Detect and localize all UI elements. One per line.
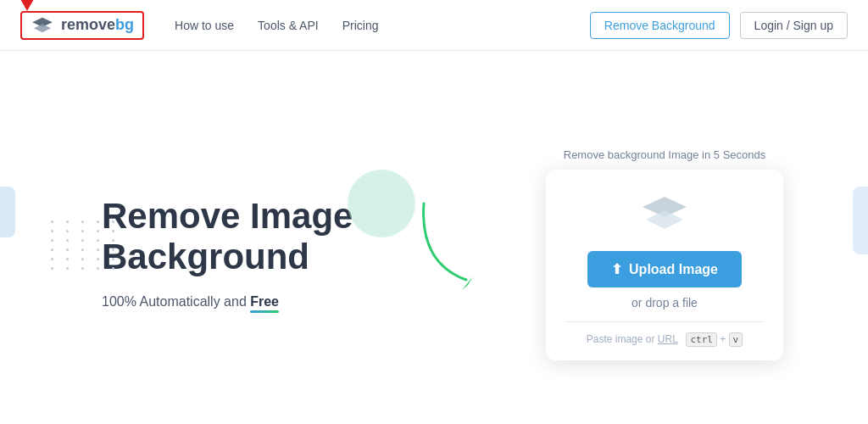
navbar: removebg How to use Tools & API Pricing … — [0, 0, 868, 51]
blob-right — [853, 187, 868, 254]
navbar-right: Remove Background Login / Sign up — [590, 12, 848, 39]
svg-marker-4 — [646, 210, 683, 229]
logo-bg-text: bg — [115, 16, 134, 34]
nav-links: How to use Tools & API Pricing — [175, 19, 378, 32]
logo-remove-text: remove — [61, 16, 115, 34]
login-signup-button[interactable]: Login / Sign up — [740, 12, 848, 39]
hero-text: Remove Image Background 100% Automatical… — [102, 196, 353, 314]
svg-marker-1 — [34, 24, 51, 32]
upload-icon — [639, 193, 690, 237]
nav-link-how-to-use[interactable]: How to use — [175, 19, 234, 32]
upload-arrow-icon: ⬆ — [611, 261, 622, 277]
kbd-ctrl: ctrl — [686, 332, 717, 347]
logo-icon — [31, 16, 54, 35]
paste-area: Paste image or URL ctrl + v — [566, 321, 763, 347]
free-text: Free — [250, 294, 279, 313]
hero-section: Remove Image Background 100% Automatical… — [0, 51, 868, 424]
paste-label: Paste image or — [587, 333, 655, 345]
url-link[interactable]: URL — [658, 333, 678, 345]
hero-title: Remove Image Background — [102, 196, 353, 278]
curved-arrow — [415, 195, 483, 300]
free-underline — [250, 310, 279, 313]
kbd-v: v — [729, 332, 743, 347]
remove-background-button[interactable]: Remove Background — [590, 12, 730, 39]
nav-link-tools-api[interactable]: Tools & API — [258, 19, 319, 32]
kbd-separator: + — [720, 333, 728, 345]
nav-link-pricing[interactable]: Pricing — [342, 19, 379, 32]
red-arrow — [20, 0, 34, 11]
upload-label: Remove background Image in 5 Seconds — [546, 148, 783, 161]
blob-teal — [348, 170, 415, 237]
logo[interactable]: removebg — [20, 11, 144, 40]
upload-area: Remove background Image in 5 Seconds ⬆ U… — [546, 148, 783, 360]
hero-subtitle: 100% Automatically and Free — [102, 294, 353, 313]
blob-left — [0, 187, 15, 237]
upload-or-text: or drop a file — [632, 296, 698, 310]
logo-text: removebg — [61, 16, 134, 34]
upload-card: ⬆ Upload Image or drop a file Paste imag… — [546, 170, 783, 360]
upload-image-button[interactable]: ⬆ Upload Image — [587, 251, 742, 287]
dots-grid — [51, 220, 120, 270]
navbar-left: removebg How to use Tools & API Pricing — [20, 11, 378, 40]
